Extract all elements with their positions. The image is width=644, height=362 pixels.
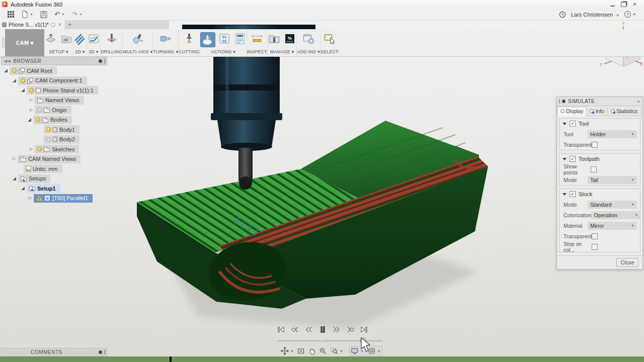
visibility-bulb-icon[interactable] — [12, 68, 17, 73]
pause-button[interactable] — [318, 325, 327, 334]
close-tab-icon[interactable]: ✕ — [57, 22, 62, 27]
visibility-bulb-icon[interactable] — [46, 137, 51, 142]
ribbon-group-label[interactable]: MULTI-AXIS ▾ — [123, 49, 152, 54]
ribbon-group-label[interactable]: DRILLING — [101, 49, 122, 54]
section-collapse-icon[interactable] — [562, 193, 567, 196]
undo-button[interactable]: ↶▼ — [54, 11, 65, 18]
tool-library-button[interactable] — [268, 32, 281, 47]
ribbon-group-label[interactable]: INSPECT — [247, 49, 267, 54]
new-setup-button[interactable] — [44, 32, 57, 47]
minimize-button[interactable] — [609, 2, 616, 7]
expanded-icon[interactable] — [13, 79, 16, 82]
3d-milling-button[interactable] — [87, 32, 100, 47]
tree-item-named-views[interactable]: ▷ Named Views — [1, 96, 132, 106]
visibility-bulb-icon[interactable] — [46, 127, 51, 132]
add-ins-button[interactable] — [302, 32, 315, 47]
tool-transparent-checkbox[interactable] — [592, 142, 598, 148]
tree-item-setups[interactable]: Setups — [1, 174, 132, 184]
collapsed-icon[interactable]: ▷ — [30, 108, 33, 112]
ribbon-group-label[interactable]: 2D ▾ — [75, 49, 85, 54]
colorization-dropdown[interactable]: Operation▼ — [591, 211, 640, 219]
section-collapse-icon[interactable] — [562, 123, 567, 125]
workspace-switcher[interactable]: CAM ▾ — [5, 29, 44, 56]
pan-hand-button[interactable] — [307, 346, 317, 355]
collapsed-icon[interactable]: ▷ — [29, 196, 32, 200]
panel-options-icon[interactable] — [99, 59, 102, 63]
ribbon-group-label[interactable]: ACTIONS ▾ — [211, 49, 235, 54]
toolpath-section-checkbox[interactable]: ✓ — [570, 156, 576, 162]
restore-button[interactable] — [620, 2, 627, 7]
account-menu[interactable]: Lars Christensen ▼ — [571, 12, 619, 18]
show-points-checkbox[interactable] — [591, 166, 597, 172]
visibility-bulb-icon[interactable] — [37, 147, 42, 151]
drilling-button[interactable] — [105, 32, 118, 47]
expanded-icon[interactable] — [21, 187, 25, 190]
simulate-dialog-header[interactable]: SIMULATE » — [557, 97, 642, 106]
display-settings-button[interactable]: ▼ — [349, 346, 365, 356]
2d-milling-button[interactable] — [73, 32, 87, 47]
cutting-button[interactable] — [183, 32, 196, 47]
visibility-bulb-icon[interactable] — [37, 108, 42, 112]
visibility-bulb-icon[interactable] — [21, 78, 25, 83]
turning-button[interactable] — [159, 32, 172, 47]
collapse-panel-icon[interactable]: ◀◀ — [4, 59, 11, 63]
ribbon-group-label[interactable]: SELECT — [320, 49, 339, 54]
go-to-start-button[interactable] — [277, 325, 285, 334]
expanded-icon[interactable] — [13, 177, 16, 180]
setup-folder-button[interactable] — [60, 32, 73, 47]
ribbon-group-label[interactable]: MANAGE ▾ — [270, 49, 294, 54]
material-dropdown[interactable]: Mirror▼ — [588, 222, 637, 230]
post-process-button[interactable]: G1 G2 — [218, 32, 231, 47]
next-operation-button[interactable] — [346, 325, 355, 334]
visibility-bulb-icon[interactable] — [36, 118, 40, 122]
tree-item-body1[interactable]: Body1 — [1, 125, 132, 135]
tree-item-setup1[interactable]: Setup1 — [1, 184, 132, 194]
simulation-timeline-slider[interactable] — [278, 340, 382, 341]
zoom-button[interactable] — [318, 346, 328, 355]
stop-on-collision-checkbox[interactable] — [592, 244, 598, 250]
tree-item-body2[interactable]: Body2 — [1, 135, 132, 145]
ribbon-group-label[interactable]: CUTTING — [179, 49, 199, 54]
redo-button[interactable]: ↷▼ — [72, 11, 83, 18]
tab-display[interactable]: Display — [557, 107, 587, 116]
expanded-icon[interactable] — [4, 69, 8, 72]
app-grid-button[interactable] — [7, 11, 15, 18]
play-forward-button[interactable] — [332, 325, 341, 334]
tree-item-sketches[interactable]: ▷ Sketches — [1, 144, 132, 154]
expanded-icon[interactable] — [21, 88, 25, 92]
expanded-icon[interactable] — [28, 118, 31, 122]
collapsed-icon[interactable]: ▷ — [13, 157, 16, 161]
stock-transparent-checkbox[interactable] — [592, 233, 598, 239]
inspect-button[interactable] — [251, 32, 264, 47]
tree-item-cam-component[interactable]: CAM Component:1 — [1, 76, 132, 86]
ribbon-group-label[interactable]: 3D ▾ — [89, 49, 98, 54]
document-tab[interactable]: Phone S... v1(1)* ✕ — [0, 20, 65, 29]
help-menu[interactable]: ? ▼ — [624, 11, 636, 18]
panel-options-icon[interactable] — [99, 350, 102, 354]
zoom-window-button[interactable]: ▼ — [329, 346, 344, 355]
visibility-bulb-icon[interactable] — [29, 88, 34, 93]
dialog-expand-icon[interactable]: » — [637, 99, 640, 104]
grid-layout-button[interactable]: ▼ — [366, 346, 382, 356]
close-button[interactable]: ✕ — [631, 2, 638, 7]
look-at-button[interactable] — [296, 346, 306, 355]
previous-operation-button[interactable] — [291, 325, 299, 334]
section-collapse-icon[interactable] — [562, 158, 567, 160]
tree-item-phone-stand[interactable]: Phone Stand v1(1):1 — [1, 85, 132, 96]
tool-dropdown[interactable]: Holder▼ — [588, 130, 637, 138]
multi-axis-button[interactable] — [131, 32, 144, 47]
stock-section-checkbox[interactable]: ✓ — [570, 191, 576, 197]
comments-panel-header[interactable]: COMMENTS — [1, 348, 107, 356]
file-menu-button[interactable]: ▼ — [22, 11, 33, 18]
simulate-button[interactable] — [200, 32, 215, 47]
orbit-pan-button[interactable]: ▼ — [280, 346, 295, 355]
tree-item-origin[interactable]: ▷ Origin — [1, 105, 132, 115]
ribbon-group-label[interactable]: SETUP ▾ — [49, 49, 68, 54]
setup-sheet-button[interactable] — [233, 32, 247, 47]
go-to-end-button[interactable] — [360, 325, 368, 334]
notifications-clock-icon[interactable] — [559, 11, 566, 18]
tab-info[interactable]: Info — [587, 107, 608, 116]
tree-item-t50-parallel1[interactable]: ▷ ≋[T50] Parallel1 — [1, 194, 132, 204]
save-button[interactable] — [40, 11, 47, 18]
play-backward-button[interactable] — [304, 325, 313, 334]
